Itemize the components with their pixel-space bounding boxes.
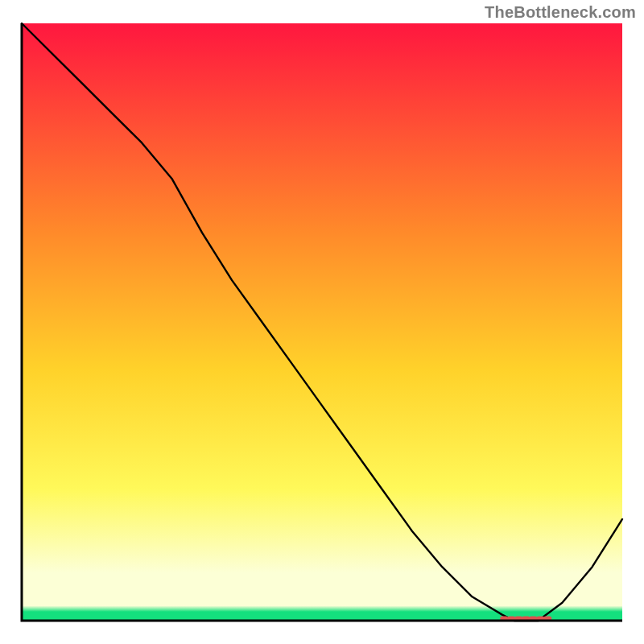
chart-svg	[0, 0, 644, 644]
chart-container: TheBottleneck.com	[0, 0, 644, 644]
attribution-text: TheBottleneck.com	[485, 3, 636, 22]
